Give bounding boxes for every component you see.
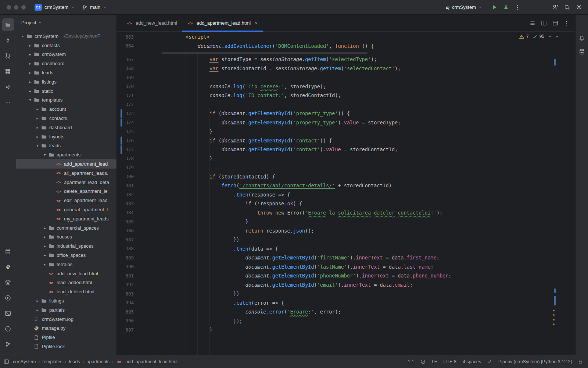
branch-widget[interactable]: main [78, 3, 110, 11]
code-line-382[interactable]: 382 .then(response => { [117, 190, 575, 199]
commit-tool-icon[interactable] [2, 34, 14, 46]
tree-item-office-spaces[interactable]: ▸office_spaces [16, 251, 116, 260]
code-line-374[interactable]: 374 document.getElementById('property_ty… [117, 118, 575, 127]
inspections-widget[interactable]: 7 95 [517, 33, 561, 40]
code-line-377[interactable]: 377 document.getElementById('contact').v… [117, 145, 575, 154]
edit-mode-icon[interactable] [487, 359, 492, 364]
code-line-373[interactable]: 373 if (document.getElementById('propert… [117, 109, 575, 118]
tree-item-apartment-lead-deta[interactable]: <>apartment_lead_deta [16, 178, 116, 187]
code-line-372[interactable]: 372 [117, 100, 575, 109]
chevron-down-icon[interactable]: ▾ [27, 98, 33, 102]
zoom-window-button[interactable] [21, 5, 26, 10]
tree-item-pipfile-lock[interactable]: Pipfile.lock [16, 342, 116, 351]
chevron-right-icon[interactable]: ▸ [27, 52, 33, 56]
chevron-right-icon[interactable]: ▸ [35, 135, 40, 139]
split-editor-icon[interactable] [541, 20, 547, 26]
tree-item-crmsystem[interactable]: ▸crmSystem [16, 50, 116, 59]
chevron-right-icon[interactable]: ▸ [35, 125, 40, 130]
tool-windows-icon[interactable] [4, 359, 9, 364]
code-line-375[interactable]: 375 } [117, 127, 575, 136]
code-line-387[interactable]: 387 }) [117, 235, 575, 244]
tree-item-account[interactable]: ▸account [16, 105, 116, 114]
scrollbar-mark[interactable] [553, 319, 555, 321]
scrollbar-mark[interactable] [554, 296, 556, 305]
scrollbar-mark[interactable] [554, 59, 556, 66]
settings-icon[interactable] [576, 4, 582, 10]
run-button[interactable] [492, 4, 497, 10]
notifications-tool-icon[interactable] [576, 33, 587, 44]
code-line-381[interactable]: 381 fetch('/contacts/api/contact-details… [117, 181, 575, 190]
chevron-right-icon[interactable]: ▸ [35, 299, 40, 303]
tree-item-pipfile[interactable]: Pipfile [16, 333, 116, 342]
close-icon[interactable]: × [255, 20, 258, 26]
code-line-383[interactable]: 383 if (!response.ok) { [117, 199, 575, 208]
chevron-right-icon[interactable]: ▸ [35, 107, 40, 111]
chevron-right-icon[interactable]: ▸ [35, 308, 40, 312]
code-line-391[interactable]: 391 document.getElementById('phoneNumber… [117, 271, 575, 280]
tree-item-general-apartment-l[interactable]: <>general_apartment_l [16, 205, 116, 214]
code-line-388[interactable]: 388 .then(data => { [117, 244, 575, 254]
python-interpreter[interactable]: Pipenv (crmSystem) [Python 3.12.2] [498, 359, 572, 364]
tree-item-crmsystem[interactable]: ▾crmSystem~/Desktop/pythonP [16, 32, 116, 41]
tree-item-add-apartment-lead[interactable]: <>add_apartment_lead [16, 159, 116, 169]
chevron-right-icon[interactable]: ▸ [27, 71, 33, 75]
more-tool-icon[interactable]: ⋯ [2, 96, 14, 108]
window-layout-icon[interactable] [552, 20, 558, 26]
chevron-right-icon[interactable]: ▸ [35, 116, 40, 120]
chevron-right-icon[interactable]: ▸ [27, 89, 33, 93]
indent-style[interactable]: 4 spaces [463, 359, 481, 364]
code-line-396[interactable]: 396 }); [117, 316, 575, 326]
tree-item-contacts[interactable]: ▸contacts [16, 114, 116, 123]
python-packages-tool-icon[interactable] [2, 261, 14, 273]
chevron-right-icon[interactable]: ▸ [27, 80, 33, 84]
code-line-363[interactable]: 363 <script> [117, 32, 575, 42]
chevron-right-icon[interactable]: ▸ [42, 262, 48, 266]
tree-item-leads[interactable]: ▾leads [16, 141, 116, 151]
debug-button[interactable] [503, 4, 509, 10]
chevron-down-icon[interactable]: ▾ [42, 153, 48, 157]
chevron-right-icon[interactable]: ▸ [42, 253, 48, 257]
line-separator[interactable]: LF [432, 359, 437, 364]
tree-item-houses[interactable]: ▸houses [16, 233, 116, 242]
chevron-down-icon[interactable]: ▾ [20, 34, 26, 38]
breadcrumb-item[interactable]: templates [43, 359, 62, 364]
version-control-tool-icon[interactable] [2, 338, 14, 350]
tree-item-apartments[interactable]: ▾apartments [16, 150, 116, 159]
tree-item-add-new-lead-html[interactable]: <>add_new_lead.html [16, 269, 116, 278]
code-line-390[interactable]: 390 document.getElementById('lastName').… [117, 262, 575, 272]
breadcrumb-item[interactable]: crmSystem [13, 359, 36, 364]
code-line-394[interactable]: 394 .catch(error => { [117, 298, 575, 308]
chevron-down-icon[interactable]: ▾ [35, 144, 40, 148]
tree-item-dashboard[interactable]: ▸dashboard [16, 59, 116, 68]
tree-item-terrains[interactable]: ▸terrains [16, 260, 116, 269]
tree-item-dashboard[interactable]: ▸dashboard [16, 123, 116, 132]
breadcrumb-item[interactable]: leads [69, 359, 80, 364]
tree-item-industrial-spaces[interactable]: ▸industrial_spaces [16, 241, 116, 251]
tree-item-static[interactable]: ▸static [16, 86, 116, 96]
tree-item-leads[interactable]: ▸leads [16, 68, 116, 77]
services-tool-icon[interactable] [2, 291, 14, 304]
file-structure-icon[interactable] [530, 20, 535, 26]
previous-problem-icon[interactable] [548, 34, 552, 39]
breadcrumb-item[interactable]: add_apartment_lead.html [125, 359, 178, 364]
problems-tool-icon[interactable] [2, 322, 14, 335]
tree-item-templates[interactable]: ▾templates [16, 96, 116, 105]
tree-item-contacts[interactable]: ▸contacts [16, 41, 116, 50]
tree-item-partials[interactable]: ▸partials [16, 305, 116, 315]
caret-position[interactable]: 1:1 [408, 359, 414, 364]
more-actions-icon[interactable]: ⋮ [515, 4, 520, 10]
scrollbar-mark[interactable] [553, 323, 555, 325]
next-problem-icon[interactable] [555, 34, 559, 39]
code-with-me-icon[interactable] [552, 4, 558, 10]
code-line-367[interactable]: 367 var storedType = sessionStorage.getI… [117, 55, 575, 64]
tree-item-listings[interactable]: ▸listings [16, 296, 116, 305]
breadcrumb-item[interactable]: apartments [87, 359, 110, 364]
tree-item-listings[interactable]: ▸listings [16, 77, 116, 86]
minimize-window-button[interactable] [14, 5, 18, 10]
terminal-tool-icon[interactable] [2, 307, 14, 319]
tree-item-manage-py[interactable]: manage.py [16, 324, 116, 333]
code-line-380[interactable]: 380 if (storedContactId) { [117, 172, 575, 181]
tree-item-edit-apartment-lead[interactable]: <>edit_apartment_lead [16, 196, 116, 205]
scrollbar-mark[interactable] [553, 314, 555, 316]
ai-assistant-status-icon[interactable] [420, 359, 426, 364]
